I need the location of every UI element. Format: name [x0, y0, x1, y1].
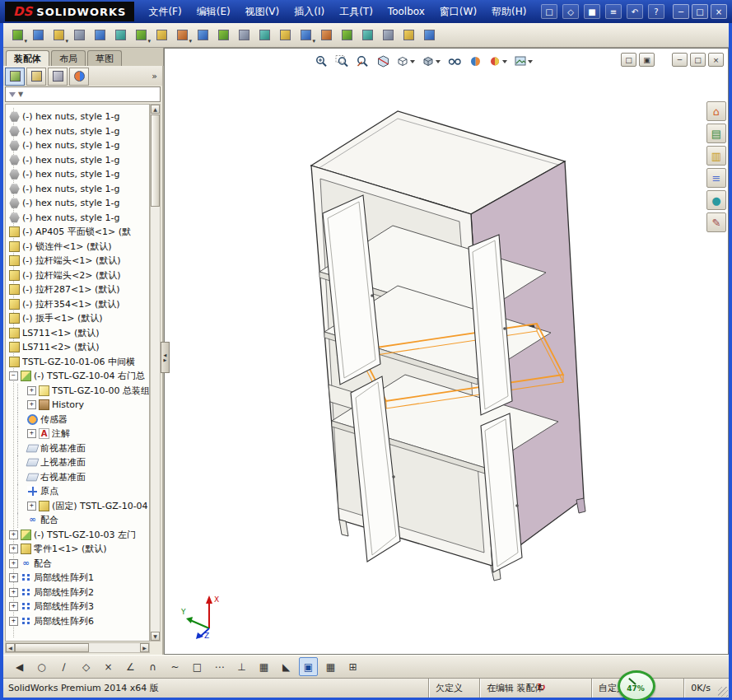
expand-toggle-icon[interactable]: + [27, 429, 36, 438]
trim-entities-tool[interactable]: × [99, 657, 118, 676]
tree-item[interactable]: (-) hex nuts, style 1-g [6, 110, 149, 124]
angle-dimension-tool[interactable]: ∠ [121, 657, 140, 676]
assembly-features[interactable] [132, 26, 150, 44]
realview-graphics-icon[interactable] [467, 53, 484, 70]
tree-item[interactable]: TSTL-GZ-10-01-06 中间横 [6, 355, 149, 370]
instant3d[interactable] [338, 26, 356, 44]
tree-item[interactable]: (-) hex nuts, style 1-g [6, 182, 149, 197]
point-tool[interactable]: ⋯ [210, 657, 229, 676]
resize-grip[interactable] [718, 687, 728, 697]
tree-item[interactable]: + 注解 [6, 427, 149, 441]
polygon-tool[interactable]: ◇ [77, 657, 96, 676]
tab-assembly[interactable]: 装配体 [6, 50, 49, 66]
apply-scene-icon[interactable] [513, 53, 535, 70]
expand-toggle-icon[interactable]: + [9, 617, 18, 626]
custom-properties[interactable]: ✎ [706, 212, 726, 232]
panel-splitter-handle[interactable]: ◀ ▶ [161, 342, 170, 373]
edit-appearance-icon[interactable] [487, 53, 510, 70]
tree-horizontal-scrollbar[interactable]: ◀ ▶ [5, 642, 150, 653]
mirror-entities-tool[interactable]: ⊥ [232, 657, 251, 676]
tree-item[interactable]: (-) 扳手<1> (默认) [6, 311, 149, 326]
expand-toggle-icon[interactable]: + [9, 530, 18, 539]
save-button[interactable]: ■ [584, 4, 600, 19]
panel-overflow-button[interactable]: » [148, 71, 161, 82]
configurationmanager-tab[interactable] [48, 68, 68, 86]
tree-item[interactable]: (-) 拉杆端头<1> (默认) [6, 254, 149, 268]
tree-item[interactable]: (-) hex nuts, style 1-g [6, 211, 149, 226]
doc-cascade-button[interactable]: ▣ [639, 53, 655, 67]
hide-show-items-icon[interactable] [446, 53, 464, 70]
doc-restore-button[interactable]: □ [621, 53, 636, 67]
tree-item[interactable]: + History [6, 398, 149, 413]
tree-item[interactable]: (-) AP405 平面锁<1> (默 [6, 225, 149, 240]
show-hidden-components[interactable] [111, 26, 129, 44]
rectangle-tool[interactable]: □ [188, 657, 207, 676]
tree-item[interactable]: + 局部线性阵列1 [6, 571, 149, 586]
hole-alignment[interactable] [296, 26, 315, 44]
spline-tool[interactable]: ~ [166, 657, 184, 676]
expand-toggle-icon[interactable]: + [9, 588, 18, 597]
interference-detection[interactable] [255, 26, 273, 44]
expand-toggle-icon[interactable]: + [27, 386, 36, 395]
expand-toggle-icon[interactable]: + [9, 573, 18, 582]
doc-close-button[interactable]: × [708, 53, 724, 67]
take-snapshot[interactable] [379, 26, 397, 44]
view-orientation-icon[interactable] [395, 53, 417, 70]
expand-toggle-icon[interactable]: + [27, 400, 36, 409]
tree-item[interactable]: 上视基准面 [6, 455, 149, 470]
tab-layout[interactable]: 布局 [51, 50, 86, 66]
zoom-to-area-icon[interactable] [333, 53, 351, 70]
tree-item[interactable]: 传感器 [6, 413, 149, 427]
doc-maximize-button[interactable]: □ [690, 53, 706, 67]
file-explorer[interactable]: ▥ [706, 146, 726, 166]
isolate[interactable] [399, 26, 417, 44]
tree-item[interactable]: + 局部线性阵列6 [6, 614, 149, 629]
tree-item[interactable]: (-) 拉杆287<1> (默认) [6, 282, 149, 297]
menu-item[interactable]: 工具(T) [332, 0, 380, 23]
dimxpertmanager-tab[interactable] [69, 68, 89, 86]
explode-line-sketch[interactable] [235, 26, 253, 44]
model-viewport[interactable]: □▣─□× ⌂▤▥≡●✎ X Y Z [164, 48, 729, 655]
print-button[interactable]: ≡ [605, 4, 622, 19]
vertical-scroll-thumb[interactable] [151, 114, 160, 207]
clearance-verification[interactable] [276, 26, 294, 44]
expand-toggle-icon[interactable]: + [9, 559, 18, 568]
task-pane-home[interactable]: ⌂ [706, 101, 726, 121]
tree-item[interactable]: LS711<1> (默认) [6, 326, 149, 341]
move-component[interactable] [91, 26, 109, 44]
tree-item[interactable]: + 局部线性阵列3 [6, 600, 149, 614]
tree-item[interactable]: (-) hex nuts, style 1-g [6, 153, 149, 168]
menu-item[interactable]: Toolbox [380, 0, 432, 23]
scroll-left-icon[interactable]: ◀ [6, 643, 15, 652]
triangle-tool[interactable]: ◣ [277, 657, 296, 676]
restore-button[interactable]: □ [692, 4, 708, 19]
view-palette[interactable]: ≡ [706, 168, 726, 188]
circle-tool[interactable]: ○ [32, 657, 51, 676]
scroll-down-icon[interactable]: ▼ [151, 632, 160, 641]
tree-item[interactable]: (-) 锁连件<1> (默认) [6, 240, 149, 254]
horizontal-scroll-thumb[interactable] [15, 643, 89, 652]
appearances-scenes[interactable]: ● [706, 190, 726, 210]
expand-toggle-icon[interactable]: + [9, 544, 18, 553]
tree-item[interactable]: (-) 拉杆端头<2> (默认) [6, 268, 149, 283]
assembly-visualization[interactable] [317, 26, 335, 44]
filter-dropdown-icon[interactable]: ▼ [18, 91, 23, 98]
tree-item[interactable]: 右视基准面 [6, 470, 149, 485]
linear-component-pattern[interactable] [49, 26, 68, 44]
tree-item[interactable]: + 零件1<1> (默认) [6, 542, 149, 557]
featuremanager-tree-tab[interactable] [5, 68, 25, 86]
menu-item[interactable]: 窗口(W) [432, 0, 484, 23]
table-tool[interactable]: ⊞ [343, 657, 362, 676]
tree-item[interactable]: (-) hex nuts, style 1-g [6, 138, 149, 153]
scroll-up-icon[interactable]: ▲ [151, 105, 160, 114]
tree-item[interactable]: LS711<2> (默认) [6, 340, 149, 355]
mate[interactable] [29, 26, 47, 44]
line-tool[interactable]: ∕ [54, 657, 73, 676]
insert-components[interactable] [8, 26, 26, 44]
section-view-icon[interactable] [375, 53, 392, 70]
shaded-view-tool[interactable]: ▣ [299, 657, 318, 676]
cabinet-3d-model[interactable] [165, 49, 728, 654]
propertymanager-tab[interactable] [26, 68, 46, 86]
display-style-icon[interactable] [421, 53, 443, 70]
expand-toggle-icon[interactable]: + [9, 602, 18, 611]
